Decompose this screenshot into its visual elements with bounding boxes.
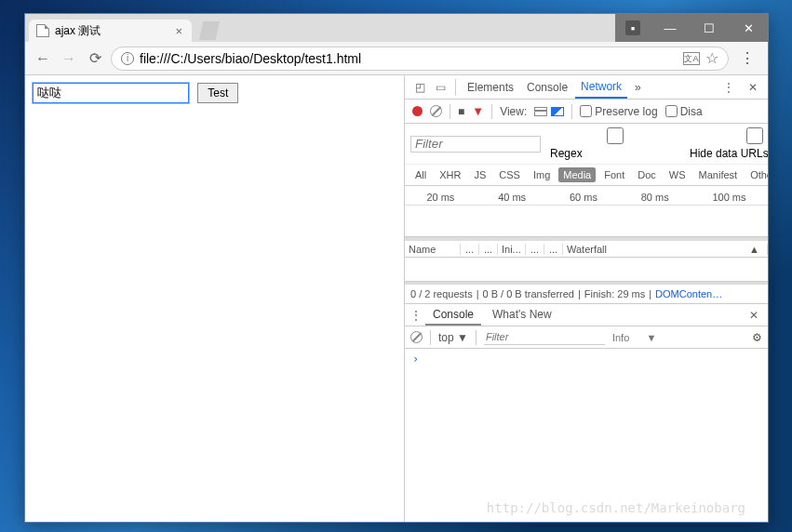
- filter-type-xhr[interactable]: XHR: [435, 167, 465, 182]
- filter-row: Regex Hide data URLs: [405, 124, 768, 165]
- filter-type-img[interactable]: Img: [529, 167, 555, 182]
- status-finish: Finish: 29 ms: [584, 288, 645, 299]
- url-text: file:///C:/Users/biao/Desktop/test1.html: [140, 51, 361, 66]
- devtools-menu-icon[interactable]: ⋮: [719, 78, 738, 97]
- document-icon: [36, 24, 49, 37]
- screenshot-icon[interactable]: ■: [458, 105, 464, 118]
- bookmark-star-icon[interactable]: ☆: [705, 49, 718, 67]
- filter-type-manifest[interactable]: Manifest: [694, 167, 743, 182]
- column-more[interactable]: ...: [461, 244, 479, 255]
- status-transferred: 0 B / 0 B transferred: [483, 288, 574, 299]
- filter-type-all[interactable]: All: [410, 167, 431, 182]
- filter-type-doc[interactable]: Doc: [633, 167, 661, 182]
- forward-button[interactable]: →: [59, 48, 79, 69]
- column-waterfall[interactable]: Waterfall ▲: [563, 244, 768, 255]
- tick-label: 100 ms: [712, 192, 745, 203]
- regex-checkbox[interactable]: [550, 127, 680, 144]
- log-level-selector[interactable]: Info ▼: [612, 332, 657, 343]
- tick-label: 20 ms: [426, 192, 454, 203]
- separator: [455, 79, 456, 96]
- preserve-log-label: Preserve log: [595, 105, 657, 118]
- tick-label: 60 ms: [570, 192, 597, 203]
- column-more[interactable]: ...: [526, 244, 544, 255]
- hide-data-urls-checkbox[interactable]: [690, 127, 768, 144]
- titlebar: ajax 测试 × ▪ — ☐ ✕: [25, 14, 768, 42]
- console-filter-input[interactable]: [484, 329, 605, 345]
- column-initiator[interactable]: Ini...: [498, 244, 526, 255]
- console-settings-icon[interactable]: ⚙: [752, 331, 762, 344]
- inspect-icon[interactable]: ◰: [410, 78, 429, 97]
- browser-menu-button[interactable]: ⋮: [734, 49, 760, 67]
- device-toggle-icon[interactable]: ▭: [431, 78, 450, 97]
- drawer-tabs: ⋮ Console What's New ✕: [405, 304, 768, 326]
- context-selector[interactable]: top ▼: [438, 331, 468, 344]
- preserve-log-checkbox[interactable]: [580, 105, 592, 117]
- view-label: View:: [500, 105, 527, 118]
- minimize-button[interactable]: —: [651, 14, 690, 42]
- profile-button[interactable]: ▪: [615, 14, 651, 42]
- tab-more-icon[interactable]: »: [629, 77, 647, 98]
- hide-data-urls-label: Hide data URLs: [690, 147, 768, 160]
- filter-types-row: All XHR JS CSS Img Media Font Doc WS Man…: [405, 165, 768, 186]
- filter-toggle-icon[interactable]: ▼: [472, 104, 484, 118]
- clear-icon[interactable]: [430, 105, 442, 117]
- column-more[interactable]: ...: [544, 244, 563, 255]
- console-clear-icon[interactable]: [410, 331, 423, 343]
- disable-cache-checkbox[interactable]: [665, 105, 678, 117]
- back-button[interactable]: ←: [33, 48, 53, 69]
- drawer-tab-console[interactable]: Console: [425, 305, 481, 326]
- translate-icon[interactable]: 文A: [683, 52, 700, 65]
- waterfall-view-icon[interactable]: [551, 107, 564, 116]
- new-tab-button[interactable]: [199, 21, 220, 40]
- browser-window: ajax 测试 × ▪ — ☐ ✕ ← → ⟳ i file:///C:/Use…: [24, 13, 769, 523]
- filter-type-other[interactable]: Other: [745, 167, 768, 182]
- page-body: Test: [25, 75, 405, 522]
- record-icon[interactable]: [412, 106, 423, 116]
- maximize-button[interactable]: ☐: [690, 14, 729, 42]
- status-requests: 0 / 2 requests: [410, 288, 473, 299]
- filter-type-css[interactable]: CSS: [494, 167, 525, 182]
- separator: [571, 104, 572, 119]
- browser-tab[interactable]: ajax 测试 ×: [29, 20, 192, 42]
- devtools-tabs: ◰ ▭ Elements Console Network » ⋮ ✕: [405, 75, 768, 100]
- watermark: http://blog.csdn.net/Markeinobarg: [487, 500, 745, 515]
- regex-label: Regex: [550, 147, 583, 160]
- separator: [450, 104, 450, 119]
- drawer-close-icon[interactable]: ✕: [745, 309, 762, 322]
- network-filter-input[interactable]: [410, 136, 541, 153]
- text-input[interactable]: [33, 83, 189, 103]
- tab-close-icon[interactable]: ×: [175, 24, 182, 38]
- filter-type-font[interactable]: Font: [599, 167, 629, 182]
- column-more[interactable]: ...: [479, 244, 498, 255]
- tick-label: 80 ms: [641, 192, 669, 203]
- site-info-icon[interactable]: i: [121, 52, 134, 65]
- close-window-button[interactable]: ✕: [729, 14, 768, 42]
- devtools-panel: ◰ ▭ Elements Console Network » ⋮ ✕ ■ ▼: [405, 75, 768, 522]
- separator: [491, 104, 492, 119]
- filter-type-media[interactable]: Media: [558, 167, 596, 182]
- drawer-tab-whatsnew[interactable]: What's New: [485, 305, 559, 326]
- console-toolbar: top ▼ Info ▼ ⚙: [405, 326, 768, 349]
- tab-console[interactable]: Console: [521, 77, 573, 98]
- disable-cache-label: Disa: [680, 105, 703, 118]
- window-controls: ▪ — ☐ ✕: [615, 14, 768, 42]
- network-table-header: Name ... ... Ini... ... ... Waterfall ▲: [405, 237, 768, 258]
- tab-strip: ajax 测试 ×: [25, 14, 615, 42]
- filter-type-ws[interactable]: WS: [664, 167, 691, 182]
- large-rows-icon[interactable]: [534, 107, 547, 116]
- console-prompt: ›: [412, 352, 419, 366]
- tab-network[interactable]: Network: [575, 76, 627, 99]
- url-box[interactable]: i file:///C:/Users/biao/Desktop/test1.ht…: [111, 47, 729, 71]
- tick-label: 40 ms: [498, 192, 526, 203]
- status-domcontent: DOMConten…: [655, 288, 722, 299]
- tab-elements[interactable]: Elements: [462, 77, 519, 98]
- console-body[interactable]: ›: [405, 349, 768, 522]
- reload-button[interactable]: ⟳: [85, 48, 105, 69]
- devtools-close-icon[interactable]: ✕: [744, 78, 762, 97]
- timeline-overview[interactable]: 20 ms 40 ms 60 ms 80 ms 100 ms: [405, 186, 768, 237]
- column-name[interactable]: Name: [405, 244, 461, 255]
- drawer-menu-icon[interactable]: ⋮: [410, 309, 422, 322]
- filter-type-js[interactable]: JS: [469, 167, 490, 182]
- network-toolbar: ■ ▼ View: Preserve log Disa: [405, 100, 768, 124]
- test-button[interactable]: Test: [197, 83, 238, 103]
